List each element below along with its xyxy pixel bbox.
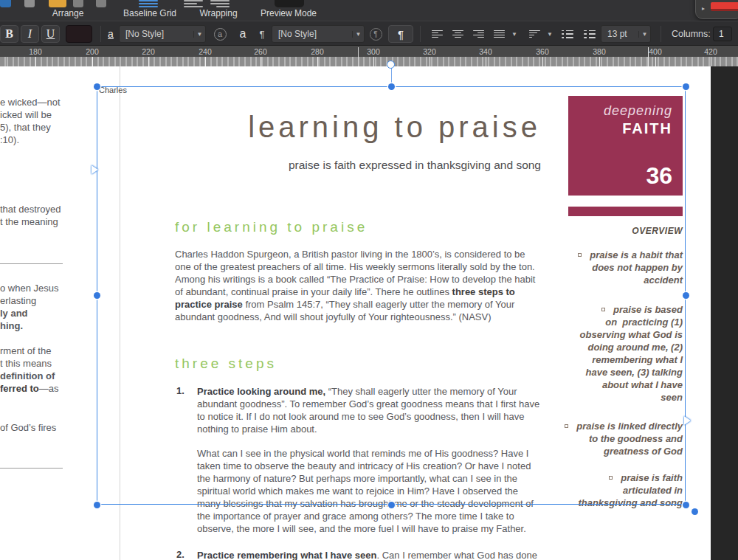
underline-button[interactable]: U (41, 25, 60, 43)
corner-radius-handle[interactable] (692, 508, 698, 515)
rotation-handle[interactable] (387, 61, 395, 69)
badge-issue-number: 36 (646, 162, 672, 190)
chevron-down-icon[interactable]: ▼ (193, 31, 205, 38)
top-toolbar: Arrange Baseline Grid Wrapping Preview M… (0, 0, 738, 21)
overview-bullet-3[interactable]: praise is linked directly to the goodnes… (554, 421, 683, 458)
wrap-none-icon[interactable] (210, 0, 230, 7)
overview-bullet-4[interactable]: praise is faith articulated in thanksgiv… (554, 472, 683, 510)
align-left-button[interactable] (428, 25, 446, 43)
square-bullet-icon (601, 308, 605, 311)
resize-handle-mid-right[interactable] (683, 292, 689, 299)
paragraph-style-value: [No Style] (272, 29, 352, 39)
separator (100, 26, 101, 42)
context-toolbar: B I U a [No Style] ▼ a a ¶ [No Style] ▼ … (0, 21, 738, 46)
list-number: 1. (176, 385, 184, 396)
list-item-2[interactable]: Practice remembering what I have seen. C… (197, 549, 541, 560)
deepening-faith-badge[interactable]: deepening FAITH 36 (568, 96, 683, 196)
tool-icon[interactable] (24, 0, 35, 7)
bold-button[interactable]: B (0, 25, 18, 43)
numbered-list-button[interactable] (580, 25, 599, 43)
resize-handle-top-left[interactable] (94, 83, 100, 90)
show-special-characters-button[interactable]: ¶ (388, 25, 413, 43)
toolbar-group-label: Baseline Grid (123, 8, 176, 18)
italic-button[interactable]: I (21, 25, 39, 43)
divider (0, 468, 63, 469)
overview-bullet-2[interactable]: praise is based on practicing (1) observ… (554, 304, 683, 404)
resize-handle-bottom-left[interactable] (94, 502, 100, 508)
toolbar-group-label: Wrapping (199, 8, 237, 18)
badge-series-name: deepening (604, 103, 672, 119)
ruler-tick-band (0, 57, 738, 66)
separator (420, 26, 421, 42)
character-style-dropdown[interactable]: [No Style] ▼ (119, 25, 206, 43)
align-right-button[interactable] (469, 25, 488, 43)
floating-panel-corner: ▸ (695, 0, 738, 19)
text-flow-out-icon[interactable] (684, 416, 691, 425)
character-style-icon: a (103, 25, 118, 43)
horizontal-ruler[interactable]: 180 200 220 240 260 280 300 320 340 360 … (0, 46, 738, 66)
resize-handle-top-center[interactable] (388, 83, 395, 90)
red-swatch-icon[interactable] (711, 2, 738, 11)
columns-label: Columns: (672, 29, 711, 39)
page-spine-guide (120, 66, 120, 560)
chevron-down-icon[interactable]: ▼ (352, 31, 364, 38)
intro-paragraph[interactable]: Charles Haddon Spurgeon, a British pasto… (175, 248, 542, 323)
text-frame-label: Charles (99, 86, 127, 94)
baseline-grid-icon[interactable] (139, 0, 158, 7)
text-flow-in-icon[interactable] (92, 165, 98, 174)
justify-button[interactable] (490, 25, 508, 43)
font-size-value: 13 pt (601, 29, 638, 39)
panel-expand-icon[interactable]: ▸ (702, 5, 705, 12)
separator (661, 26, 661, 42)
paragraph-style-dropdown[interactable]: [No Style] ▼ (272, 25, 365, 43)
list-number: 2. (176, 549, 184, 560)
badge-series-title: FAITH (622, 120, 672, 137)
resize-handle-bottom-center[interactable] (388, 502, 395, 508)
square-bullet-icon (609, 476, 613, 480)
resize-handle-mid-left[interactable] (94, 292, 100, 299)
style-circled-pilcrow-icon[interactable]: ¶ (366, 25, 385, 43)
ruler-cursor-indicator (648, 47, 649, 66)
justify-options-chevron-icon[interactable]: ▼ (509, 25, 520, 43)
tool-icon[interactable] (96, 0, 106, 7)
overview-bullet-1[interactable]: praise is a habit that does not happen b… (554, 249, 683, 287)
section-heading-three-steps[interactable]: three steps (175, 356, 277, 372)
tool-icon[interactable] (73, 0, 83, 7)
article-title[interactable]: learning to praise (175, 111, 541, 144)
font-size-dropdown[interactable]: 13 pt ▼ (601, 25, 651, 43)
bullet-list-button[interactable] (558, 25, 577, 43)
columns-input[interactable]: 1 (713, 27, 732, 41)
chevron-down-icon[interactable]: ▼ (638, 31, 650, 38)
app-icon[interactable] (0, 0, 11, 7)
square-bullet-icon (578, 253, 582, 257)
document-canvas[interactable]: e wicked—not icked will be 5), that they… (0, 66, 738, 560)
list-item-1-paragraph-2[interactable]: What can I see in the physical world tha… (197, 447, 541, 535)
accent-bar (568, 207, 683, 216)
affinity-publisher-window: Arrange Baseline Grid Wrapping Preview M… (0, 0, 738, 560)
wrap-outside-icon[interactable] (184, 0, 203, 7)
toolbar-group-label: Arrange (52, 8, 84, 18)
color-tool-icon[interactable] (49, 0, 66, 7)
resize-handle-bottom-right[interactable] (683, 502, 689, 508)
article-subtitle[interactable]: praise is faith expressed in thanksgivin… (175, 159, 541, 172)
list-item-1[interactable]: Practice looking around me, “They shall … (197, 385, 541, 435)
resize-handle-top-right[interactable] (683, 83, 689, 90)
section-heading-for-learning[interactable]: for learning to praise (175, 219, 368, 235)
square-bullet-icon (565, 424, 568, 428)
style-circled-a-icon[interactable]: a (210, 25, 230, 43)
align-center-button[interactable] (449, 25, 467, 43)
pilcrow-small-icon: ¶ (255, 25, 269, 43)
character-style-value: [No Style] (120, 29, 193, 39)
vertical-align-chevron-icon[interactable]: ▼ (545, 25, 555, 43)
overview-heading[interactable]: OVERVIEW (568, 226, 683, 236)
text-color-swatch[interactable] (66, 25, 92, 43)
vertical-align-button[interactable] (525, 25, 544, 43)
toolbar-group-label: Preview Mode (261, 8, 317, 18)
divider (0, 263, 63, 264)
preview-mode-button[interactable] (275, 0, 304, 7)
pasteboard (711, 66, 738, 560)
typography-a-icon[interactable]: a (233, 25, 252, 43)
